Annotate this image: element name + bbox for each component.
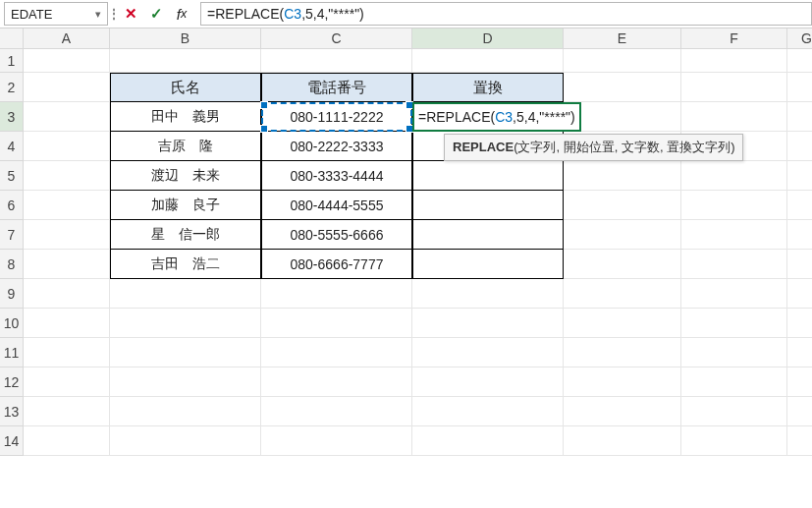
column-header-F[interactable]: F <box>681 28 787 49</box>
row-header-7[interactable]: 7 <box>0 220 24 250</box>
select-all-corner[interactable] <box>0 28 24 49</box>
cell-D1[interactable] <box>412 49 564 73</box>
cell-A8[interactable] <box>24 250 110 279</box>
row-header-3[interactable]: 3 <box>0 102 24 132</box>
row-header-9[interactable]: 9 <box>0 279 24 309</box>
cell-G2[interactable] <box>787 73 812 102</box>
cell-G14[interactable] <box>787 426 812 456</box>
cell-B10[interactable] <box>110 309 261 338</box>
cell-A13[interactable] <box>24 397 110 426</box>
cell-G10[interactable] <box>787 309 812 338</box>
cell-E13[interactable] <box>564 397 681 426</box>
row-header-5[interactable]: 5 <box>0 161 24 191</box>
formula-input[interactable]: =REPLACE(C3,5,4,"****") <box>200 2 812 26</box>
replace-cell-r6[interactable] <box>412 191 564 220</box>
cell-F3[interactable] <box>681 102 787 132</box>
replace-cell-r8[interactable] <box>412 250 564 279</box>
column-header-G[interactable]: G <box>787 28 812 49</box>
cell-G12[interactable] <box>787 367 812 397</box>
cell-F12[interactable] <box>681 367 787 397</box>
cell-C12[interactable] <box>261 367 412 397</box>
cell-B13[interactable] <box>110 397 261 426</box>
cell-A6[interactable] <box>24 191 110 220</box>
cell-E7[interactable] <box>564 220 681 250</box>
cell-F11[interactable] <box>681 338 787 367</box>
cell-G6[interactable] <box>787 191 812 220</box>
column-header-A[interactable]: A <box>24 28 110 49</box>
cell-G1[interactable] <box>787 49 812 73</box>
cell-E6[interactable] <box>564 191 681 220</box>
cell-D10[interactable] <box>412 309 564 338</box>
cell-E12[interactable] <box>564 367 681 397</box>
cell-G8[interactable] <box>787 250 812 279</box>
cell-G13[interactable] <box>787 397 812 426</box>
row-header-4[interactable]: 4 <box>0 132 24 161</box>
cell-G3[interactable] <box>787 102 812 132</box>
cell-A3[interactable] <box>24 102 110 132</box>
cell-A2[interactable] <box>24 73 110 102</box>
row-header-12[interactable]: 12 <box>0 367 24 397</box>
cell-A5[interactable] <box>24 161 110 191</box>
cell-D14[interactable] <box>412 426 564 456</box>
cell-A1[interactable] <box>24 49 110 73</box>
cell-E14[interactable] <box>564 426 681 456</box>
row-header-14[interactable]: 14 <box>0 426 24 456</box>
cell-E11[interactable] <box>564 338 681 367</box>
row-header-10[interactable]: 10 <box>0 309 24 338</box>
cell-D11[interactable] <box>412 338 564 367</box>
cell-E9[interactable] <box>564 279 681 309</box>
cell-C13[interactable] <box>261 397 412 426</box>
cell-C10[interactable] <box>261 309 412 338</box>
insert-function-button[interactable]: fx <box>171 3 192 25</box>
cell-A10[interactable] <box>24 309 110 338</box>
editing-cell-D3[interactable]: =REPLACE(C3,5,4,"****") <box>412 102 581 132</box>
cell-F6[interactable] <box>681 191 787 220</box>
cell-F10[interactable] <box>681 309 787 338</box>
cell-G9[interactable] <box>787 279 812 309</box>
cell-E2[interactable] <box>564 73 681 102</box>
cell-A7[interactable] <box>24 220 110 250</box>
cell-C9[interactable] <box>261 279 412 309</box>
replace-cell-r7[interactable] <box>412 220 564 250</box>
accept-button[interactable]: ✓ <box>145 3 167 25</box>
cell-F5[interactable] <box>681 161 787 191</box>
cell-F7[interactable] <box>681 220 787 250</box>
spreadsheet-grid[interactable]: ABCDEFG1234567891011121314氏名電話番号置換田中 義男0… <box>0 28 812 508</box>
cell-G4[interactable] <box>787 132 812 161</box>
column-header-B[interactable]: B <box>110 28 261 49</box>
column-header-D[interactable]: D <box>412 28 564 49</box>
cell-A12[interactable] <box>24 367 110 397</box>
cell-A11[interactable] <box>24 338 110 367</box>
cell-F1[interactable] <box>681 49 787 73</box>
cancel-button[interactable]: ✕ <box>120 3 141 25</box>
cell-A14[interactable] <box>24 426 110 456</box>
replace-cell-r5[interactable] <box>412 161 564 191</box>
cell-F14[interactable] <box>681 426 787 456</box>
cell-B14[interactable] <box>110 426 261 456</box>
cell-G7[interactable] <box>787 220 812 250</box>
cell-D9[interactable] <box>412 279 564 309</box>
cell-F13[interactable] <box>681 397 787 426</box>
cell-F2[interactable] <box>681 73 787 102</box>
cell-C11[interactable] <box>261 338 412 367</box>
cell-D12[interactable] <box>412 367 564 397</box>
cell-A9[interactable] <box>24 279 110 309</box>
row-header-13[interactable]: 13 <box>0 397 24 426</box>
cell-C14[interactable] <box>261 426 412 456</box>
cell-E3[interactable] <box>564 102 681 132</box>
cell-D13[interactable] <box>412 397 564 426</box>
cell-E5[interactable] <box>564 161 681 191</box>
row-header-6[interactable]: 6 <box>0 191 24 220</box>
cell-B1[interactable] <box>110 49 261 73</box>
cell-G11[interactable] <box>787 338 812 367</box>
row-header-11[interactable]: 11 <box>0 338 24 367</box>
cell-G5[interactable] <box>787 161 812 191</box>
row-header-2[interactable]: 2 <box>0 73 24 102</box>
name-box[interactable]: EDATE ▾ <box>4 2 108 26</box>
cell-E1[interactable] <box>564 49 681 73</box>
cell-F9[interactable] <box>681 279 787 309</box>
row-header-1[interactable]: 1 <box>0 49 24 73</box>
cell-A4[interactable] <box>24 132 110 161</box>
column-header-C[interactable]: C <box>261 28 412 49</box>
cell-C1[interactable] <box>261 49 412 73</box>
